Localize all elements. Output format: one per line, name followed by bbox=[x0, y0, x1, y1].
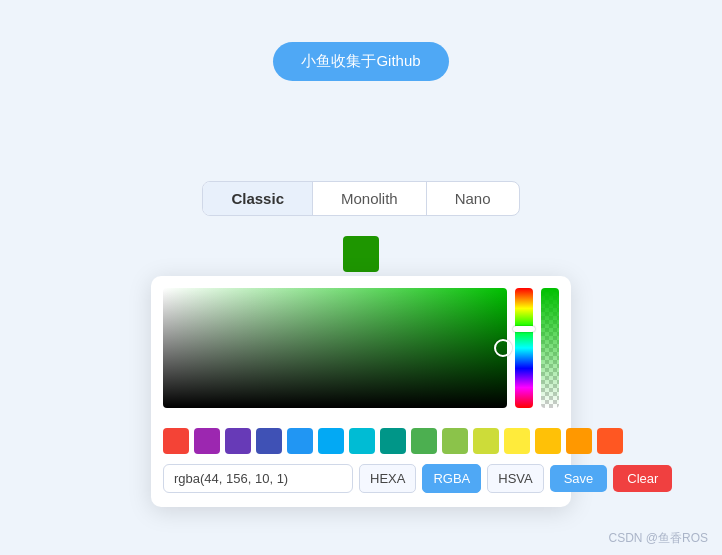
gradient-row bbox=[163, 288, 559, 418]
swatch-deep-purple[interactable] bbox=[225, 428, 251, 454]
swatch-yellow[interactable] bbox=[504, 428, 530, 454]
swatch-blue[interactable] bbox=[287, 428, 313, 454]
swatch-indigo[interactable] bbox=[256, 428, 282, 454]
gradient-area[interactable] bbox=[163, 288, 507, 408]
swatch-amber[interactable] bbox=[535, 428, 561, 454]
tab-classic[interactable]: Classic bbox=[203, 182, 313, 215]
color-preview bbox=[343, 236, 379, 272]
swatch-deep-orange[interactable] bbox=[597, 428, 623, 454]
gradient-area-wrap bbox=[163, 288, 507, 418]
github-button[interactable]: 小鱼收集于Github bbox=[273, 42, 448, 81]
watermark: CSDN @鱼香ROS bbox=[608, 530, 708, 547]
swatch-purple[interactable] bbox=[194, 428, 220, 454]
swatch-light-blue[interactable] bbox=[318, 428, 344, 454]
hexa-button[interactable]: HEXA bbox=[359, 464, 416, 493]
gradient-cursor bbox=[494, 339, 512, 357]
tab-nano[interactable]: Nano bbox=[427, 182, 519, 215]
color-value-input[interactable] bbox=[163, 464, 353, 493]
swatch-orange[interactable] bbox=[566, 428, 592, 454]
swatch-light-green[interactable] bbox=[442, 428, 468, 454]
bottom-row: HEXA RGBA HSVA Save Clear bbox=[163, 464, 559, 493]
tabs-container: Classic Monolith Nano bbox=[202, 181, 519, 216]
swatches-row bbox=[163, 428, 559, 454]
hsva-button[interactable]: HSVA bbox=[487, 464, 543, 493]
hue-cursor bbox=[513, 326, 535, 332]
swatch-red[interactable] bbox=[163, 428, 189, 454]
swatch-lime[interactable] bbox=[473, 428, 499, 454]
picker-container: HEXA RGBA HSVA Save Clear bbox=[151, 276, 571, 507]
hue-strip[interactable] bbox=[515, 288, 533, 408]
swatch-cyan[interactable] bbox=[349, 428, 375, 454]
clear-button[interactable]: Clear bbox=[613, 465, 672, 492]
tab-monolith[interactable]: Monolith bbox=[313, 182, 427, 215]
rgba-button[interactable]: RGBA bbox=[422, 464, 481, 493]
swatch-green[interactable] bbox=[411, 428, 437, 454]
save-button[interactable]: Save bbox=[550, 465, 608, 492]
alpha-strip[interactable] bbox=[541, 288, 559, 408]
swatch-teal[interactable] bbox=[380, 428, 406, 454]
